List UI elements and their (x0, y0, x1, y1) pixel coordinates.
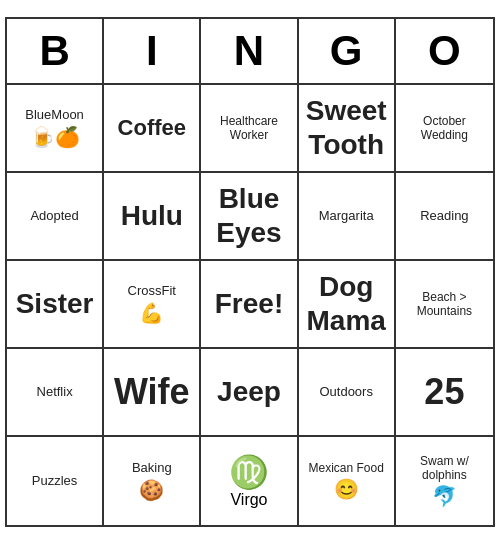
cell-text-october-wedding: October Wedding (400, 114, 489, 143)
cell-text-margarita: Margarita (319, 208, 374, 224)
bingo-cell-jeep: Jeep (201, 349, 298, 437)
bingo-cell-mexican-food: Mexican Food😊 (299, 437, 396, 525)
bingo-cell-hulu: Hulu (104, 173, 201, 261)
cell-emoji-crossfit: 💪 (139, 301, 164, 325)
bingo-cell-adopted: Adopted (7, 173, 104, 261)
cell-emoji-bluemoon: 🍺🍊 (30, 125, 80, 149)
bingo-cell-dog-mama: Dog Mama (299, 261, 396, 349)
cell-text-outdoors: Outdoors (319, 384, 372, 400)
cell-text-healthcare-worker: Healthcare Worker (205, 114, 292, 143)
bingo-cell-coffee: Coffee (104, 85, 201, 173)
header-letter: G (299, 19, 396, 83)
cell-text-reading: Reading (420, 208, 468, 224)
cell-text-crossfit: CrossFit (128, 283, 176, 299)
bingo-header: BINGO (7, 19, 493, 85)
bingo-cell-puzzles: Puzzles (7, 437, 104, 525)
bingo-cell-netflix: Netflix (7, 349, 104, 437)
bingo-grid: BlueMoon🍺🍊CoffeeHealthcare WorkerSweet T… (7, 85, 493, 525)
bingo-cell-october-wedding: October Wedding (396, 85, 493, 173)
cell-text-hulu: Hulu (121, 199, 183, 233)
bingo-cell-virgo: ♍Virgo (201, 437, 298, 525)
header-letter: I (104, 19, 201, 83)
cell-text-coffee: Coffee (118, 115, 186, 141)
virgo-emoji: ♍ (229, 453, 269, 491)
cell-text-netflix: Netflix (37, 384, 73, 400)
cell-text-25: 25 (424, 370, 464, 413)
cell-text-wife: Wife (114, 370, 190, 413)
cell-text-dog-mama: Dog Mama (303, 270, 390, 337)
cell-text-swam-dolphins: Swam w/ dolphins (400, 454, 489, 483)
bingo-cell-outdoors: Outdoors (299, 349, 396, 437)
bingo-cell-25: 25 (396, 349, 493, 437)
bingo-cell-baking: Baking🍪 (104, 437, 201, 525)
cell-text-baking: Baking (132, 460, 172, 476)
bingo-cell-crossfit: CrossFit💪 (104, 261, 201, 349)
cell-text-beach-mountains: Beach > Mountains (400, 290, 489, 319)
cell-text-adopted: Adopted (30, 208, 78, 224)
cell-text-puzzles: Puzzles (32, 473, 78, 489)
bingo-cell-swam-dolphins: Swam w/ dolphins🐬 (396, 437, 493, 525)
header-letter: O (396, 19, 493, 83)
bingo-cell-bluemoon: BlueMoon🍺🍊 (7, 85, 104, 173)
cell-text-bluemoon: BlueMoon (25, 107, 84, 123)
cell-emoji-swam-dolphins: 🐬 (432, 484, 457, 508)
header-letter: N (201, 19, 298, 83)
cell-text-blue-eyes: Blue Eyes (205, 182, 292, 249)
bingo-cell-wife: Wife (104, 349, 201, 437)
bingo-cell-margarita: Margarita (299, 173, 396, 261)
bingo-cell-reading: Reading (396, 173, 493, 261)
bingo-cell-beach-mountains: Beach > Mountains (396, 261, 493, 349)
bingo-cell-blue-eyes: Blue Eyes (201, 173, 298, 261)
bingo-cell-free: Free! (201, 261, 298, 349)
bingo-cell-healthcare-worker: Healthcare Worker (201, 85, 298, 173)
header-letter: B (7, 19, 104, 83)
cell-emoji-mexican-food: 😊 (334, 477, 359, 501)
virgo-label: Virgo (230, 491, 267, 509)
cell-text-sweet-tooth: Sweet Tooth (303, 94, 390, 161)
cell-emoji-baking: 🍪 (139, 478, 164, 502)
cell-text-sister: Sister (16, 287, 94, 321)
cell-text-mexican-food: Mexican Food (309, 461, 384, 475)
cell-text-jeep: Jeep (217, 375, 281, 409)
bingo-card: BINGO BlueMoon🍺🍊CoffeeHealthcare WorkerS… (5, 17, 495, 527)
bingo-cell-sister: Sister (7, 261, 104, 349)
cell-text-free: Free! (215, 287, 283, 321)
bingo-cell-sweet-tooth: Sweet Tooth (299, 85, 396, 173)
